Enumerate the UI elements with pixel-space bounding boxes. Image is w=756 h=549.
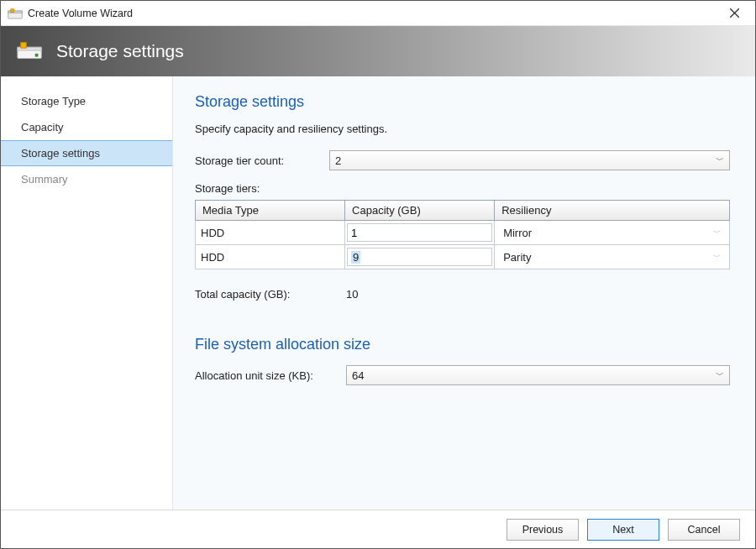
wizard-app-icon <box>8 6 23 21</box>
wizard-header: Storage settings <box>1 26 755 76</box>
wizard-main: Storage settings Specify capacity and re… <box>173 76 755 510</box>
dropdown-allocation-size-value: 64 <box>352 369 364 382</box>
row-total-capacity: Total capacity (GB): 10 <box>195 288 730 301</box>
svg-rect-1 <box>8 11 23 13</box>
row-allocation-size: Allocation unit size (KB): 64 ﹀ <box>195 365 730 385</box>
dropdown-resiliency-value: Parity <box>503 251 531 264</box>
col-resiliency[interactable]: Resiliency <box>495 201 730 221</box>
label-tier-count: Storage tier count: <box>195 154 329 167</box>
dropdown-resiliency-row1[interactable]: Parity ﹀ <box>500 248 724 266</box>
wizard-sidebar: Storage Type Capacity Storage settings S… <box>1 76 173 510</box>
titlebar: Create Volume Wizard <box>1 1 755 26</box>
wizard-body: Storage Type Capacity Storage settings S… <box>1 76 755 510</box>
table-row: HDD 9 Parity ﹀ <box>196 245 730 269</box>
chevron-down-icon: ﹀ <box>713 252 721 263</box>
close-button[interactable] <box>717 1 752 26</box>
section-title-allocation: File system allocation size <box>195 336 730 353</box>
dropdown-tier-count[interactable]: 2 ﹀ <box>329 150 730 170</box>
dropdown-tier-count-value: 2 <box>335 154 341 167</box>
next-button[interactable]: Next <box>587 519 659 541</box>
table-storage-tiers: Media Type Capacity (GB) Resiliency HDD <box>195 200 730 269</box>
cell-media-type: HDD <box>196 245 345 269</box>
label-storage-tiers: Storage tiers: <box>195 182 730 195</box>
sidebar-item-storage-type[interactable]: Storage Type <box>1 88 172 114</box>
previous-button[interactable]: Previous <box>507 519 579 541</box>
table-row: HDD Mirror ﹀ <box>196 221 730 245</box>
svg-rect-7 <box>35 54 39 57</box>
dropdown-resiliency-value: Mirror <box>503 227 532 239</box>
svg-marker-2 <box>11 8 14 12</box>
input-capacity-row0[interactable] <box>347 223 492 242</box>
window-title: Create Volume Wizard <box>28 8 717 19</box>
col-media-type[interactable]: Media Type <box>196 201 345 221</box>
svg-marker-8 <box>21 43 27 49</box>
col-capacity[interactable]: Capacity (GB) <box>345 201 495 221</box>
row-tier-count: Storage tier count: 2 ﹀ <box>195 150 730 170</box>
chevron-down-icon: ﹀ <box>716 154 724 166</box>
sidebar-item-capacity[interactable]: Capacity <box>1 114 172 140</box>
cell-media-type: HDD <box>196 221 345 245</box>
dropdown-resiliency-row0[interactable]: Mirror ﹀ <box>500 223 724 242</box>
label-total-capacity: Total capacity (GB): <box>195 288 346 301</box>
section-title-storage-settings: Storage settings <box>195 93 730 111</box>
section-description: Specify capacity and resiliency settings… <box>195 123 730 135</box>
storage-header-icon <box>16 40 45 62</box>
wizard-window: Create Volume Wizard Storage settings St… <box>0 0 756 549</box>
wizard-header-title: Storage settings <box>56 41 184 61</box>
value-total-capacity: 10 <box>346 288 358 301</box>
cancel-button[interactable]: Cancel <box>668 519 740 541</box>
sidebar-item-storage-settings[interactable]: Storage settings <box>1 140 172 166</box>
dropdown-allocation-size[interactable]: 64 ﹀ <box>346 365 730 385</box>
input-capacity-row1-value: 9 <box>351 251 360 264</box>
input-capacity-row1[interactable]: 9 <box>347 248 492 266</box>
sidebar-item-summary[interactable]: Summary <box>1 166 172 192</box>
chevron-down-icon: ﹀ <box>713 227 721 238</box>
wizard-footer: Previous Next Cancel <box>1 510 755 548</box>
label-allocation-size: Allocation unit size (KB): <box>195 369 346 382</box>
close-icon <box>730 6 739 20</box>
chevron-down-icon: ﹀ <box>716 369 724 381</box>
